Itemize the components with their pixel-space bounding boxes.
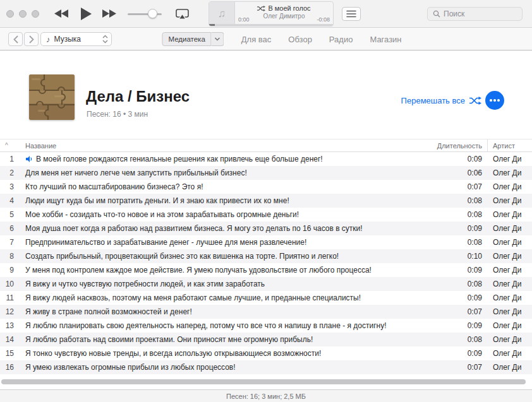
table-row[interactable]: 9У меня под контролем каждое мое действи… — [0, 263, 532, 277]
horizontal-scrollbar[interactable] — [1, 379, 526, 384]
playlist-header: Дела / Бизнес Песен: 16 • 3 мин Перемеша… — [0, 50, 532, 139]
track-artist: Олег Ди — [488, 280, 532, 288]
track-title: Люди ищут куда бы им потратить деньги. И… — [16, 196, 433, 205]
tab-browse[interactable]: Обзор — [288, 35, 312, 44]
volume-slider[interactable] — [128, 9, 162, 19]
table-row[interactable]: 7Предпринимательство и зарабатывание ден… — [0, 235, 532, 249]
track-number: 9 — [0, 266, 16, 275]
track-duration: 0:09 — [433, 224, 482, 233]
column-header-artist[interactable]: Артист — [488, 142, 532, 150]
track-duration: 0:09 — [433, 321, 482, 330]
track-number: 16 — [0, 363, 16, 372]
track-title: Я вижу и чутко чувствую потребности люде… — [16, 280, 433, 288]
more-button[interactable] — [485, 91, 504, 110]
track-artist: Олег Ди — [488, 224, 532, 233]
track-title: Предпринимательство и зарабатывание дене… — [16, 238, 433, 247]
track-number: 3 — [0, 182, 16, 191]
media-type-label: Музыка — [54, 35, 99, 44]
player-toolbar: ♫ В моей голос Олег Димитро 0:00 -0:08 — [0, 0, 532, 28]
track-artist: Олег Ди — [488, 349, 532, 358]
track-number: 6 — [0, 224, 16, 233]
track-artist: Олег Ди — [488, 252, 532, 261]
media-type-selector[interactable]: ♪ Музыка — [40, 32, 112, 46]
track-number: 8 — [0, 252, 16, 261]
now-playing-info: В моей голос Олег Димитро 0:00 -0:08 — [235, 2, 333, 26]
track-artist: Олег Ди — [488, 307, 532, 316]
table-row[interactable]: 11Я вижу людей насквозь, поэтому на меня… — [0, 291, 532, 305]
table-row[interactable]: 4Люди ищут куда бы им потратить деньги. … — [0, 194, 532, 208]
minimize-button[interactable] — [19, 10, 27, 18]
status-bar: Песен: 16; 3 мин; 2,5 МБ — [0, 389, 532, 402]
fast-forward-button[interactable] — [102, 9, 116, 18]
sort-indicator[interactable]: ^ — [0, 142, 16, 149]
table-row[interactable]: 2Для меня нет ничего легче чем запустить… — [0, 166, 532, 180]
track-duration: 0:07 — [433, 182, 482, 191]
column-header-name[interactable]: Название — [16, 142, 433, 150]
play-button[interactable] — [81, 8, 92, 20]
shuffle-all-button[interactable]: Перемешать все — [401, 96, 481, 105]
zoom-button[interactable] — [32, 10, 39, 18]
stepper-icon — [102, 35, 108, 44]
chevron-down-icon[interactable] — [212, 32, 224, 46]
back-button[interactable] — [8, 32, 23, 46]
table-row[interactable]: 10Я вижу и чутко чувствую потребности лю… — [0, 277, 532, 291]
table-row[interactable]: 13Я люблю планировать свою деятельность … — [0, 319, 532, 333]
tab-library[interactable]: Медиатека — [162, 32, 224, 46]
tab-library-label: Медиатека — [162, 32, 211, 46]
track-artist: Олег Ди — [488, 335, 532, 344]
now-playing-widget[interactable]: ♫ В моей голос Олег Димитро 0:00 -0:08 — [209, 1, 334, 27]
playlist-title: Дела / Бизнес — [86, 88, 190, 105]
music-notes-icon: ♫ — [218, 8, 226, 20]
tab-for-you[interactable]: Для вас — [241, 35, 272, 44]
now-playing-title: В моей голос — [268, 4, 310, 12]
rewind-button[interactable] — [54, 9, 68, 18]
airplay-button[interactable] — [176, 9, 189, 20]
window-controls — [6, 10, 39, 18]
puzzle-artwork-image — [29, 74, 75, 120]
table-row[interactable]: 12Я живу в стране полной возможностей и … — [0, 305, 532, 319]
shuffle-icon — [469, 97, 481, 105]
track-title: Я умею извлекать огромные прибыли из люб… — [16, 363, 433, 372]
playlist-subtitle: Песен: 16 • 3 мин — [87, 110, 148, 119]
track-artist: Олег Ди — [488, 168, 532, 177]
nav-toolbar: ♪ Музыка Медиатека Для вас Обзор Радио М… — [0, 28, 532, 50]
table-row[interactable]: 6Моя душа поет когда я работаю над разви… — [0, 222, 532, 235]
track-artist: Олег Ди — [488, 238, 532, 247]
search-input[interactable] — [444, 9, 517, 18]
track-duration: 0:08 — [433, 280, 482, 288]
track-duration: 0:06 — [433, 168, 482, 177]
track-title: Я люблю работать над своими проектами. О… — [16, 335, 433, 344]
track-number: 13 — [0, 321, 16, 330]
table-row[interactable]: 8Создать прибыльный, процветающий бизнес… — [0, 249, 532, 263]
status-text: Песен: 16; 3 мин; 2,5 МБ — [226, 393, 306, 400]
track-title: В моей голове рождаются гениальные решен… — [16, 155, 433, 163]
volume-thumb[interactable] — [148, 9, 157, 18]
track-artist: Олег Ди — [488, 182, 532, 191]
table-row[interactable]: 16Я умею извлекать огромные прибыли из л… — [0, 360, 532, 374]
search-field[interactable] — [427, 7, 523, 21]
remaining-time: -0:08 — [317, 16, 330, 23]
tab-radio[interactable]: Радио — [329, 35, 353, 44]
forward-button[interactable] — [24, 32, 39, 46]
track-title: Мое хобби - созидать что-то новое и на э… — [16, 210, 433, 219]
track-artist: Олег Ди — [488, 363, 532, 372]
shuffle-icon — [257, 6, 265, 11]
track-duration: 0:07 — [433, 307, 482, 316]
table-row[interactable]: 5Мое хобби - созидать что-то новое и на … — [0, 208, 532, 222]
table-row[interactable]: 1В моей голове рождаются гениальные реше… — [0, 152, 532, 166]
tab-store[interactable]: Магазин — [370, 35, 401, 44]
table-row[interactable]: 14Я люблю работать над своими проектами.… — [0, 333, 532, 346]
up-next-button[interactable] — [342, 7, 361, 21]
rewind-icon — [54, 9, 68, 18]
track-number: 1 — [0, 155, 16, 163]
list-icon — [346, 10, 356, 18]
table-row[interactable]: 15Я тонко чувствую новые тренды, и всегд… — [0, 346, 532, 360]
track-duration: 0:09 — [433, 266, 482, 275]
column-header-duration[interactable]: Длительность — [433, 142, 482, 150]
close-button[interactable] — [6, 10, 14, 18]
table-row[interactable]: 3Кто лучший по масштабированию бизнеса? … — [0, 180, 532, 194]
track-artist: Олег Ди — [488, 155, 532, 163]
track-duration: 0:09 — [433, 349, 482, 358]
progress-bar[interactable] — [209, 24, 333, 26]
track-duration: 0:09 — [433, 155, 482, 163]
